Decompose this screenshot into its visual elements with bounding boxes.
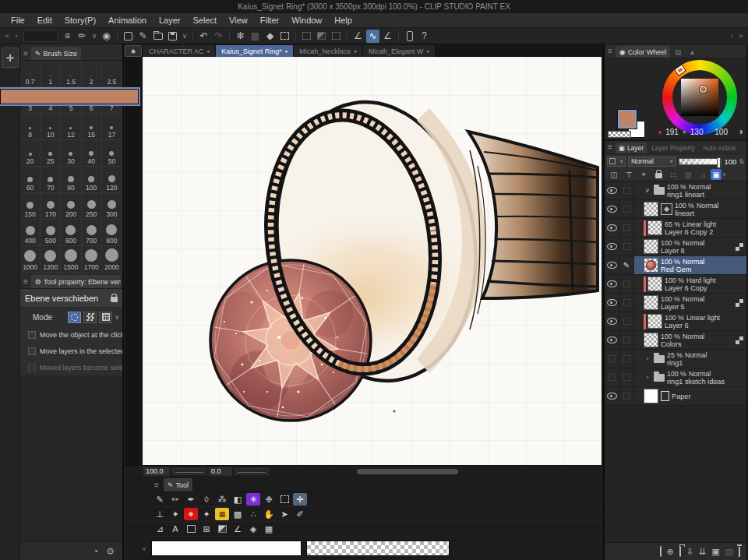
horizontal-scrollbar[interactable] bbox=[357, 469, 458, 474]
brush-size-option[interactable]: 15 bbox=[82, 114, 102, 140]
layer-visibility-toggle[interactable] bbox=[605, 238, 619, 255]
layer-row[interactable]: ›25 %Normalring1 bbox=[605, 350, 746, 368]
brush-size-option[interactable]: 170 bbox=[41, 193, 61, 220]
checkbox-icon[interactable] bbox=[28, 347, 36, 355]
layer-row[interactable]: 100 %Linear lightLayer 6 bbox=[605, 312, 746, 331]
brush-size-option[interactable]: 12 bbox=[61, 114, 81, 140]
folder-expander-icon[interactable]: › bbox=[644, 355, 651, 362]
layer-row[interactable]: 100 %Hard lightLayer 6 Copy bbox=[605, 275, 746, 294]
sparkle-brush-tool[interactable]: ✦ bbox=[168, 508, 182, 520]
menu-story[interactable]: Story(P) bbox=[58, 16, 102, 25]
brush-size-option[interactable]: 1500 bbox=[61, 246, 81, 273]
target-dropdown-icon[interactable]: ∨ bbox=[722, 171, 726, 178]
blend-tool[interactable]: ◧ bbox=[231, 493, 245, 505]
text-tool[interactable]: A bbox=[168, 523, 182, 535]
menu-view[interactable]: View bbox=[223, 16, 254, 25]
eyedropper-tool[interactable]: ✐ bbox=[293, 508, 307, 520]
apply-mask-icon[interactable]: ▨ bbox=[725, 547, 733, 557]
layer-row[interactable]: 65 %Linear lightLayer 6 Copy 2 bbox=[605, 219, 746, 238]
layer-row[interactable]: ›100 %Normalring1 sketch ideas bbox=[605, 368, 746, 387]
layer-content[interactable]: ›25 %Normalring1 bbox=[634, 350, 746, 368]
gradient-tool[interactable] bbox=[215, 523, 229, 535]
lock-icon[interactable] bbox=[111, 297, 118, 302]
eraser-tool[interactable]: ◊ bbox=[199, 493, 213, 505]
mesh-tool[interactable]: ▦ bbox=[262, 523, 276, 535]
material-brush-tool[interactable]: ❉ bbox=[184, 508, 198, 520]
new-folder-icon[interactable] bbox=[679, 547, 681, 556]
redo-icon[interactable]: ↷ bbox=[212, 30, 225, 43]
ruler-range-icon[interactable]: ⊿ bbox=[696, 169, 710, 180]
mode-grid-button[interactable] bbox=[99, 312, 112, 323]
folder-expander-icon[interactable]: ∨ bbox=[644, 187, 651, 194]
command-bar-menu-icon[interactable]: ≡ bbox=[61, 30, 74, 43]
brush-size-option[interactable]: 500 bbox=[41, 220, 61, 246]
color-mixing-icon[interactable]: ◑ bbox=[738, 126, 743, 137]
merge-down-icon[interactable]: ⇊ bbox=[699, 547, 706, 557]
quick-pen-icon[interactable]: ✎ bbox=[136, 30, 150, 43]
tool-settings-icon[interactable]: ⚙ bbox=[106, 546, 115, 557]
brush-tool[interactable]: ✒ bbox=[184, 493, 198, 505]
brush-size-option[interactable]: 30 bbox=[61, 140, 81, 167]
menu-edit[interactable]: Edit bbox=[31, 16, 58, 25]
doc-tab-micah-elegant[interactable]: Micah_Elegant W ● bbox=[363, 45, 436, 57]
enable-mask-icon[interactable]: ▨ bbox=[681, 169, 695, 180]
move-layer-tool[interactable]: ✛ bbox=[293, 493, 307, 505]
layer-visibility-toggle[interactable] bbox=[605, 275, 619, 293]
brush-size-option[interactable]: 8 bbox=[20, 114, 41, 140]
menu-file[interactable]: File bbox=[5, 16, 31, 25]
color-bar-chevron-icon[interactable]: ∨ bbox=[142, 546, 146, 551]
filter-icon[interactable]: ▩ bbox=[249, 30, 262, 43]
tab-color-set[interactable]: ▤ bbox=[672, 47, 684, 58]
checkbox-icon[interactable] bbox=[28, 364, 36, 372]
snap-special-ruler-icon[interactable]: ∿ bbox=[366, 30, 379, 43]
brush-size-option[interactable]: 50 bbox=[102, 140, 122, 167]
doc-tab-kaius-signet-ring[interactable]: Kaius_Signet Ring* ● bbox=[216, 45, 294, 57]
doc-tab-micah-necklace[interactable]: Micah_Necklace ● bbox=[294, 45, 363, 57]
brush-size-option[interactable]: 100 bbox=[82, 167, 102, 193]
layer-row[interactable]: ❖100 %Normallineart bbox=[605, 200, 746, 219]
hand-tool[interactable]: ✋ bbox=[262, 508, 276, 520]
shape-tool[interactable] bbox=[184, 523, 198, 535]
pencil-tool[interactable]: ✏ bbox=[168, 493, 182, 505]
layer-content[interactable]: 100 %Linear lightLayer 6 bbox=[634, 312, 746, 330]
invert-selection-icon[interactable] bbox=[315, 30, 328, 43]
rotation-value[interactable]: 0.0 bbox=[209, 467, 232, 476]
layer-visibility-toggle[interactable] bbox=[605, 368, 619, 386]
layer-visibility-toggle[interactable] bbox=[605, 350, 619, 368]
brush-size-option[interactable]: 120 bbox=[102, 167, 122, 193]
rotation-slider[interactable] bbox=[235, 468, 269, 475]
zoom-slider[interactable] bbox=[172, 468, 206, 475]
menu-animation[interactable]: Animation bbox=[102, 16, 153, 25]
layer-content[interactable]: 100 %Hard lightLayer 6 Copy bbox=[634, 275, 746, 293]
layer-content[interactable]: Paper bbox=[634, 387, 746, 405]
layer-visibility-toggle[interactable] bbox=[605, 256, 619, 274]
clip-studio-icon[interactable]: ◉ bbox=[100, 30, 113, 43]
panel-next-icon[interactable]: › bbox=[728, 30, 736, 43]
option-move-layers-selected[interactable]: Move layers in the selected a bbox=[20, 343, 122, 359]
layer-check-cell[interactable] bbox=[619, 294, 634, 312]
tab-layer-property[interactable]: Layer Property bbox=[648, 143, 698, 153]
active-tool-indicator[interactable]: ✛ bbox=[2, 48, 19, 68]
brush-size-option[interactable]: 25 bbox=[41, 140, 61, 167]
brush-size-option[interactable]: 1 bbox=[41, 61, 61, 87]
panel-menu-icon[interactable]: ≡ bbox=[153, 481, 161, 491]
clip-at-layer-below-icon[interactable]: ◫ bbox=[607, 169, 621, 180]
option-moved-layers-selected[interactable]: Moved layers become selecte bbox=[20, 359, 122, 375]
opacity-slider[interactable] bbox=[679, 158, 722, 165]
delete-layer-icon[interactable] bbox=[739, 547, 740, 556]
panel-menu-icon[interactable]: ≡ bbox=[606, 47, 614, 58]
folder-expander-icon[interactable]: › bbox=[644, 374, 651, 381]
brush-size-option[interactable]: 20 bbox=[20, 140, 41, 167]
canvas-star-icon[interactable]: ★ bbox=[125, 45, 142, 57]
edit-in-app-icon[interactable]: ✏ bbox=[76, 30, 89, 43]
panel-menu-icon[interactable]: ≡ bbox=[22, 277, 30, 288]
crop-icon[interactable] bbox=[278, 30, 291, 43]
deselect-icon[interactable] bbox=[300, 30, 313, 43]
brush-size-option[interactable]: 150 bbox=[20, 193, 41, 220]
palette-color-dropdown[interactable]: ∨ bbox=[607, 157, 626, 167]
layer-check-cell[interactable] bbox=[619, 219, 634, 237]
sub-color-swatch[interactable] bbox=[151, 541, 302, 556]
layer-check-cell[interactable] bbox=[619, 387, 634, 405]
draft-layer-icon[interactable]: ⌖ bbox=[637, 169, 651, 180]
brush-size-option[interactable]: 800 bbox=[102, 220, 122, 246]
